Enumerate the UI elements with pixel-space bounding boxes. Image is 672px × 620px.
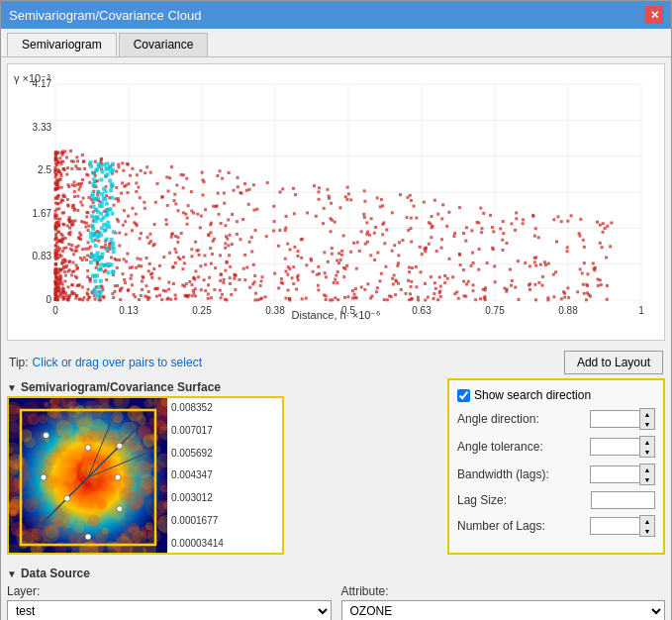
layer-select[interactable]: test (7, 600, 332, 620)
surface-container: 0.008352 0.007017 0.005692 0.004347 0.00… (7, 396, 284, 555)
layer-label: Layer: (7, 584, 332, 598)
right-panel: Show search direction Angle direction: 4… (447, 378, 665, 555)
angle-direction-spinner: 45 ▲ ▼ (590, 408, 655, 430)
num-lags-label: Number of Lags: (457, 519, 545, 533)
collapse-arrow-icon[interactable]: ▼ (7, 382, 17, 393)
surface-value-5: 0.003012 (171, 492, 278, 503)
tip-message: Click or drag over pairs to select (33, 356, 202, 369)
attribute-label: Attribute: (341, 584, 666, 598)
data-source-section: ▼ Data Source Layer: test Attribute: OZO… (1, 561, 671, 620)
angle-tolerance-row: Angle tolerance: 45.0 ▲ ▼ (457, 436, 655, 458)
data-source-row: Layer: test Attribute: OZONE (7, 584, 665, 620)
show-search-row: Show search direction (457, 388, 655, 402)
show-search-checkbox[interactable] (457, 389, 470, 402)
y-axis-label: γ ×10⁻³ (14, 72, 50, 85)
angle-tolerance-spinner: 45.0 ▲ ▼ (590, 436, 655, 458)
title-bar: Semivariogram/Covariance Cloud ✕ (1, 1, 671, 29)
bandwidth-spinner: 3.0 ▲ ▼ (590, 464, 655, 485)
angle-tolerance-label: Angle tolerance: (457, 440, 543, 454)
surface-value-7: 0.00003414 (171, 538, 278, 549)
data-source-header: ▼ Data Source (7, 565, 665, 582)
semivariogram-section-header: ▼ Semivariogram/Covariance Surface (7, 378, 441, 396)
lag-size-label: Lag Size: (457, 493, 507, 507)
tab-semivariogram[interactable]: Semivariogram (7, 33, 117, 56)
tip-row: Tip: Click or drag over pairs to select … (1, 347, 671, 378)
layer-field: Layer: test (7, 584, 332, 620)
tip-prefix: Tip: (9, 356, 29, 369)
surface-value-1: 0.008352 (171, 402, 278, 413)
tab-bar: Semivariogram Covariance (1, 29, 671, 57)
angle-tolerance-up[interactable]: ▲ (640, 437, 654, 447)
angle-direction-row: Angle direction: 45 ▲ ▼ (457, 408, 655, 430)
angle-direction-label: Angle direction: (457, 412, 539, 426)
lag-size-row: Lag Size: 100080 (457, 491, 655, 509)
num-lags-row: Number of Lags: 10 ▲ ▼ (457, 515, 655, 537)
bandwidth-down[interactable]: ▼ (640, 474, 654, 484)
bandwidth-spinner-btns: ▲ ▼ (639, 464, 655, 485)
bandwidth-up[interactable]: ▲ (640, 465, 654, 474)
num-lags-spinner-btns: ▲ ▼ (639, 515, 655, 537)
angle-tolerance-spinner-btns: ▲ ▼ (639, 436, 655, 458)
lag-size-input[interactable]: 100080 (591, 491, 655, 509)
x-axis-label: Distance, h· ×10⁻⁶ (292, 309, 381, 322)
tab-covariance[interactable]: Covariance (119, 33, 209, 56)
angle-tolerance-down[interactable]: ▼ (640, 447, 654, 457)
bandwidth-input[interactable]: 3.0 (590, 465, 639, 483)
surface-map (9, 398, 167, 555)
angle-tolerance-input[interactable]: 45.0 (590, 438, 639, 456)
bandwidth-row: Bandwidth (lags): 3.0 ▲ ▼ (457, 464, 655, 485)
angle-direction-spinner-btns: ▲ ▼ (639, 408, 655, 430)
surface-value-6: 0.0001677 (171, 515, 278, 526)
add-to-layout-button[interactable]: Add to Layout (564, 351, 663, 374)
surface-value-4: 0.004347 (171, 469, 278, 480)
main-window: Semivariogram/Covariance Cloud ✕ Semivar… (0, 0, 672, 620)
angle-direction-input[interactable]: 45 (590, 410, 639, 428)
window-title: Semivariogram/Covariance Cloud (9, 8, 201, 23)
attribute-field: Attribute: OZONE (341, 584, 666, 620)
data-source-title: Data Source (21, 567, 90, 580)
num-lags-up[interactable]: ▲ (640, 516, 654, 526)
bandwidth-label: Bandwidth (lags): (457, 467, 549, 481)
surface-value-3: 0.005692 (171, 448, 278, 459)
angle-direction-down[interactable]: ▼ (640, 419, 654, 429)
data-source-collapse-icon[interactable]: ▼ (7, 568, 17, 579)
angle-direction-up[interactable]: ▲ (640, 409, 654, 419)
close-button[interactable]: ✕ (645, 6, 663, 24)
num-lags-spinner: 10 ▲ ▼ (590, 515, 655, 537)
left-panel: ▼ Semivariogram/Covariance Surface 0.008… (7, 378, 441, 555)
surface-values: 0.008352 0.007017 0.005692 0.004347 0.00… (167, 398, 282, 553)
bottom-area: ▼ Semivariogram/Covariance Surface 0.008… (1, 378, 671, 561)
num-lags-input[interactable]: 10 (590, 517, 639, 535)
show-search-label: Show search direction (474, 388, 591, 402)
num-lags-down[interactable]: ▼ (640, 526, 654, 536)
surface-value-2: 0.007017 (171, 425, 278, 436)
chart-area: γ ×10⁻³ Distance, h· ×10⁻⁶ (7, 63, 665, 341)
attribute-select[interactable]: OZONE (341, 600, 666, 620)
